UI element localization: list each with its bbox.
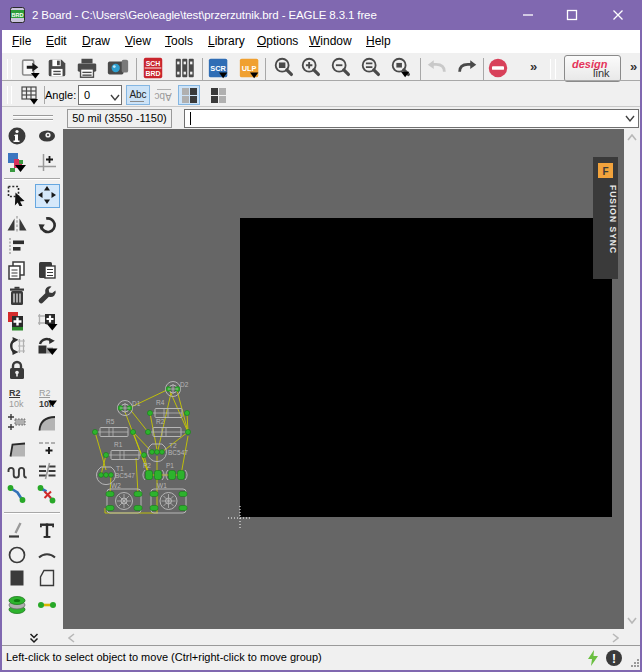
svg-text:!: ! (612, 652, 616, 666)
svg-text:D1: D1 (132, 400, 141, 407)
svg-text:T2: T2 (169, 442, 177, 449)
svg-text:T1: T1 (116, 465, 124, 472)
svg-text:R2: R2 (9, 388, 21, 398)
svg-text:P2: P2 (143, 462, 151, 469)
svg-text:D2: D2 (180, 381, 189, 388)
svg-text:10k: 10k (9, 399, 24, 409)
svg-text:W2: W2 (111, 482, 121, 489)
svg-text:P1: P1 (166, 462, 174, 469)
svg-text:SCR: SCR (210, 64, 226, 73)
svg-text:R2: R2 (156, 418, 165, 425)
svg-text:F: F (602, 166, 608, 177)
svg-text:R5: R5 (106, 418, 115, 425)
svg-text:BC547: BC547 (168, 449, 188, 456)
svg-text:ULP: ULP (242, 64, 257, 73)
svg-text:R4: R4 (156, 399, 165, 406)
svg-text:R2: R2 (39, 388, 51, 398)
svg-text:BC547: BC547 (115, 472, 135, 479)
svg-text:BRD: BRD (146, 70, 161, 77)
svg-text:R1: R1 (114, 441, 123, 448)
svg-text:SCH: SCH (146, 60, 161, 67)
svg-text:BRD: BRD (12, 12, 24, 18)
svg-text:W1: W1 (157, 482, 167, 489)
